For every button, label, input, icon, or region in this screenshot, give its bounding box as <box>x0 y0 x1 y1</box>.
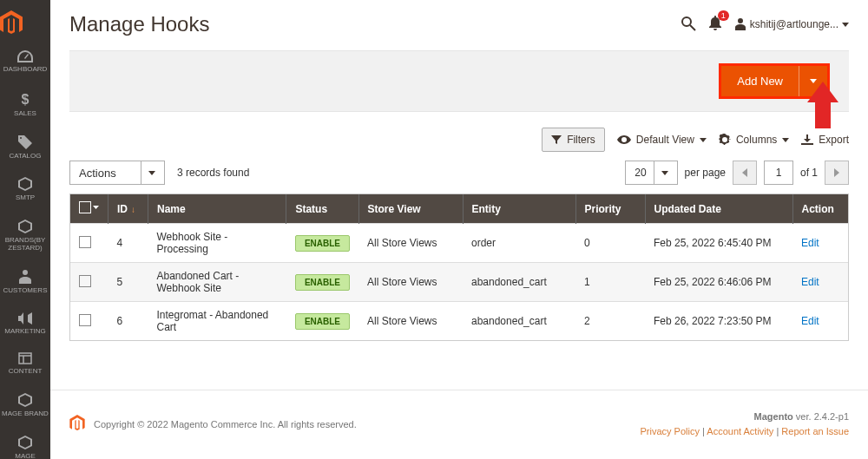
cell-updated: Feb 25, 2022 6:46:06 PM <box>645 263 792 302</box>
col-entity[interactable]: Entity <box>463 194 575 224</box>
prev-page-button[interactable] <box>733 161 757 185</box>
nav-dashboard[interactable]: DASHBOARD <box>0 42 50 82</box>
cell-priority: 2 <box>575 302 645 341</box>
nav-mage-brand[interactable]: MAGE BRAND <box>0 384 50 427</box>
svg-point-1 <box>682 17 691 26</box>
row-checkbox[interactable] <box>79 236 91 248</box>
nav-content[interactable]: CONTENT <box>0 344 50 384</box>
caret-down-icon <box>93 206 99 209</box>
hex-icon <box>18 393 32 407</box>
caret-down-icon <box>654 161 668 184</box>
chevron-down-icon <box>842 23 849 27</box>
nav-smtp[interactable]: SMTP <box>0 168 50 211</box>
mass-actions-label: Actions <box>79 167 116 180</box>
next-page-button[interactable] <box>825 161 849 185</box>
col-checkbox[interactable] <box>70 194 108 224</box>
nav-customers[interactable]: CUSTOMERS <box>0 261 50 304</box>
export-menu[interactable]: Export <box>801 134 849 146</box>
funnel-icon <box>551 135 562 144</box>
nav-label: CONTENT <box>9 368 43 376</box>
svg-line-2 <box>690 25 695 30</box>
col-id[interactable]: ID↓ <box>108 194 148 224</box>
nav-catalog[interactable]: CATALOG <box>0 127 50 169</box>
cell-priority: 0 <box>575 224 645 263</box>
cell-store-view: All Store Views <box>358 263 463 302</box>
admin-sidebar: DASHBOARD $ SALES CATALOG SMTP BRANDS(BY… <box>0 0 50 459</box>
status-badge: ENABLE <box>295 235 350 252</box>
edit-link[interactable]: Edit <box>801 315 819 327</box>
default-view-menu[interactable]: Default View <box>617 134 707 146</box>
current-page-input[interactable]: 1 <box>764 161 793 185</box>
nav-mage-category[interactable]: MAGE CATEGORY <box>0 427 50 459</box>
per-page-label: per page <box>685 167 726 179</box>
dollar-icon: $ <box>20 91 30 107</box>
page-size-select[interactable]: 20 <box>625 161 677 185</box>
nav-label: MARKETING <box>4 328 46 336</box>
nav-label: DASHBOARD <box>3 66 48 74</box>
columns-menu[interactable]: Columns <box>719 134 789 146</box>
nav-label: CUSTOMERS <box>3 287 48 295</box>
notifications-button[interactable]: 1 <box>708 16 722 34</box>
cell-name: Abandoned Cart - Webhook Site <box>148 263 286 302</box>
status-badge: ENABLE <box>295 313 350 330</box>
add-new-label: Add New <box>721 66 799 96</box>
nav-marketing[interactable]: MARKETING <box>0 304 50 344</box>
cell-entity: abandoned_cart <box>463 302 575 341</box>
caret-down-icon <box>141 161 155 184</box>
hex-icon <box>18 436 32 449</box>
col-name[interactable]: Name <box>148 194 286 224</box>
nav-label: MAGE CATEGORY <box>2 453 49 459</box>
table-row[interactable]: 4 Webhook Site - Processing ENABLE All S… <box>70 224 848 263</box>
report-issue-link[interactable]: Report an Issue <box>781 426 849 436</box>
sort-down-icon: ↓ <box>131 205 135 214</box>
layout-icon <box>18 352 32 364</box>
caret-down-icon <box>782 138 789 142</box>
hex-icon <box>18 177 32 191</box>
nav-label: BRANDS(BY ZESTARD) <box>2 237 49 252</box>
search-icon[interactable] <box>681 16 696 34</box>
nav-label: CATALOG <box>9 153 41 161</box>
col-status[interactable]: Status <box>286 194 358 224</box>
filters-button[interactable]: Filters <box>542 128 605 152</box>
row-checkbox[interactable] <box>79 314 91 326</box>
user-label: kshitij@artlounge... <box>750 18 838 30</box>
svg-text:$: $ <box>22 92 30 107</box>
nav-label: SALES <box>14 110 36 118</box>
cell-entity: order <box>463 224 575 263</box>
page-size-value: 20 <box>635 167 646 179</box>
product-version: ver. 2.4.2-p1 <box>796 411 849 422</box>
callout-arrow <box>807 82 838 128</box>
edit-link[interactable]: Edit <box>801 276 819 288</box>
cell-updated: Feb 26, 2022 7:23:50 PM <box>645 302 792 341</box>
page-footer: Copyright © 2022 Magento Commerce Inc. A… <box>50 390 868 459</box>
filters-label: Filters <box>567 134 595 146</box>
records-found-label: 3 records found <box>177 167 249 179</box>
col-store-view[interactable]: Store View <box>358 194 463 224</box>
megaphone-icon <box>18 312 32 325</box>
tag-icon <box>18 135 32 149</box>
cell-entity: abandoned_cart <box>463 263 575 302</box>
chevron-right-icon <box>834 168 839 177</box>
cell-name: Integromat - Abandoned Cart <box>148 302 286 341</box>
edit-link[interactable]: Edit <box>801 237 819 249</box>
col-updated[interactable]: Updated Date <box>645 194 792 224</box>
nav-sales[interactable]: $ SALES <box>0 82 50 127</box>
col-priority[interactable]: Priority <box>575 194 645 224</box>
row-checkbox[interactable] <box>79 275 91 287</box>
cell-id: 4 <box>108 224 148 263</box>
account-activity-link[interactable]: Account Activity <box>707 426 773 436</box>
notification-badge: 1 <box>718 10 729 21</box>
magento-logo <box>0 5 50 42</box>
cell-id: 5 <box>108 263 148 302</box>
status-badge: ENABLE <box>295 274 350 291</box>
cell-store-view: All Store Views <box>358 302 463 341</box>
table-row[interactable]: 5 Abandoned Cart - Webhook Site ENABLE A… <box>70 263 848 302</box>
cell-id: 6 <box>108 302 148 341</box>
table-row[interactable]: 6 Integromat - Abandoned Cart ENABLE All… <box>70 302 848 341</box>
hooks-table: ID↓ Name Status Store View Entity Priori… <box>70 194 848 340</box>
nav-brands-zestard[interactable]: BRANDS(BY ZESTARD) <box>0 211 50 261</box>
mass-actions-select[interactable]: Actions <box>69 161 165 185</box>
privacy-link[interactable]: Privacy Policy <box>640 426 699 436</box>
gear-icon <box>719 134 731 146</box>
user-menu[interactable]: kshitij@artlounge... <box>734 18 849 30</box>
